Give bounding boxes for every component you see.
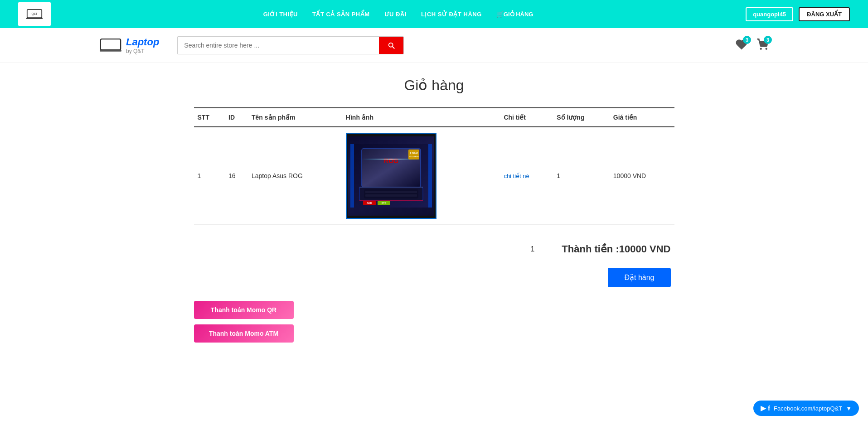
cell-product-name: Laptop Asus ROG (248, 127, 342, 225)
header-icons: 3 3 (736, 39, 768, 52)
cell-detail[interactable]: chi tiết nè (500, 127, 553, 225)
search-icon (387, 41, 395, 49)
brand-logo[interactable]: Laptop by Q&T (100, 36, 159, 54)
detail-link[interactable]: chi tiết nè (504, 173, 529, 179)
svg-rect-3 (101, 39, 121, 50)
cart-icon-button[interactable]: 3 (756, 39, 768, 52)
svg-rect-19 (408, 150, 419, 159)
summary-quantity: 1 (530, 245, 534, 253)
cart-table: STT ID Tên sản phẩm Hình ảnh Chi tiết Số… (194, 107, 674, 225)
svg-rect-4 (100, 50, 121, 52)
brand-text: Laptop by Q&T (126, 36, 159, 54)
brand-sub: by Q&T (126, 48, 159, 54)
svg-point-5 (761, 48, 761, 49)
main-content: Giỏ hàng STT ID Tên sản phẩm Hình ảnh Ch… (185, 63, 684, 370)
col-id: ID (225, 108, 248, 127)
col-detail: Chi tiết (500, 108, 553, 127)
wishlist-badge: 3 (743, 36, 751, 44)
svg-rect-8 (350, 144, 354, 208)
svg-text:Q&T: Q&T (32, 12, 38, 16)
svg-rect-9 (428, 144, 432, 208)
brand-name: Laptop (126, 36, 159, 48)
nav-tat-ca-san-pham[interactable]: TẤT CẢ SẢN PHẨM (312, 11, 370, 18)
table-header-row: STT ID Tên sản phẩm Hình ảnh Chi tiết Số… (194, 108, 674, 127)
col-quantity: Số lượng (553, 108, 610, 127)
nav-lich-su-dat-hang[interactable]: LỊCH SỬ ĐẶT HÀNG (421, 11, 482, 18)
top-nav-right: quangopi45 ĐĂNG XUẤT (746, 7, 850, 21)
col-price: Giá tiền (610, 108, 674, 127)
svg-rect-18 (359, 187, 423, 188)
laptop-product-svg: ROG (350, 144, 432, 208)
order-button[interactable]: Đặt hàng (608, 268, 670, 287)
col-stt: STT (194, 108, 225, 127)
logout-button[interactable]: ĐĂNG XUẤT (799, 7, 850, 21)
svg-rect-15 (365, 191, 417, 193)
cell-product-image: ROG (342, 127, 500, 225)
cell-id: 16 (225, 127, 248, 225)
svg-rect-16 (365, 194, 417, 197)
cell-stt: 1 (194, 127, 225, 225)
wishlist-icon-button[interactable]: 3 (736, 39, 747, 52)
cart-badge: 3 (764, 36, 772, 44)
summary-row: 1 Thành tiền :10000 VND (194, 234, 674, 264)
col-image: Hình ảnh (342, 108, 500, 127)
svg-text:AMD: AMD (367, 202, 372, 204)
momo-atm-button[interactable]: Thanh toán Momo ATM (194, 324, 294, 343)
table-row: 1 16 Laptop Asus ROG (194, 127, 674, 225)
payment-buttons: Thanh toán Momo QR Thanh toán Momo ATM (194, 301, 674, 343)
order-button-row: Đặt hàng (194, 264, 674, 296)
page-title: Giỏ hàng (194, 77, 674, 94)
svg-point-6 (766, 48, 767, 49)
search-input[interactable] (178, 37, 379, 53)
total-label: Thành tiền : (562, 243, 619, 255)
search-bar (177, 36, 404, 54)
top-logo: Q&T (18, 2, 51, 26)
cell-quantity: 1 (553, 127, 610, 225)
nav-links: GIỚI THIỆU TẤT CẢ SẢN PHẨM ƯU ĐÃI LỊCH S… (51, 11, 746, 18)
nav-gioi-thieu[interactable]: GIỚI THIỆU (263, 11, 298, 18)
product-image-wrapper: ROG (346, 133, 436, 219)
top-navigation: Q&T GIỚI THIỆU TẤT CẢ SẢN PHẨM ƯU ĐÃI LỊ… (0, 0, 868, 28)
svg-text:ROG: ROG (384, 157, 398, 164)
nav-gio-hang[interactable]: 🛒GIỎ HÀNG (496, 11, 533, 18)
cell-price: 10000 VND (610, 127, 674, 225)
site-header: Laptop by Q&T 3 3 (0, 28, 868, 63)
col-name: Tên sản phẩm (248, 108, 342, 127)
summary-total: Thành tiền :10000 VND (562, 243, 670, 255)
search-button[interactable] (379, 37, 403, 54)
username-button[interactable]: quangopi45 (746, 7, 793, 21)
total-value: 10000 VND (619, 243, 671, 255)
svg-text:BẢO HÀNH: BẢO HÀNH (409, 155, 418, 158)
rog-laptop-image: ROG (348, 136, 434, 216)
svg-text:2 NĂM: 2 NĂM (410, 152, 418, 155)
nav-uu-dai[interactable]: ƯU ĐÃI (384, 11, 407, 18)
svg-text:RTX: RTX (382, 202, 387, 204)
momo-qr-button[interactable]: Thanh toán Momo QR (194, 301, 294, 319)
laptop-icon (100, 38, 121, 53)
svg-rect-1 (26, 18, 43, 19)
